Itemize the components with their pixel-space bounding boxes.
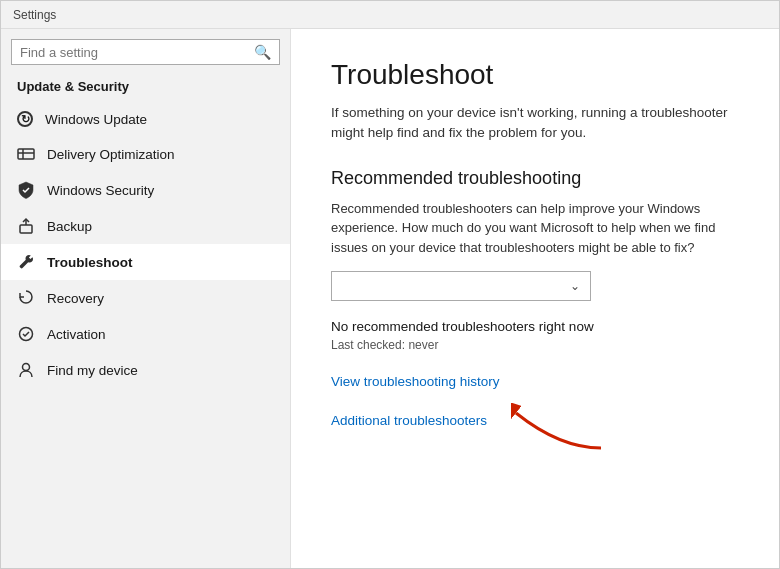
sidebar-item-troubleshoot[interactable]: Troubleshoot [1, 244, 290, 280]
last-checked-text: Last checked: never [331, 338, 739, 352]
search-box[interactable]: 🔍 [11, 39, 280, 65]
sidebar-nav: ↻ Windows Update Delivery Optimization [1, 102, 290, 388]
page-subtitle: If something on your device isn't workin… [331, 103, 739, 144]
sidebar-item-label: Windows Security [47, 183, 154, 198]
sidebar-item-label: Delivery Optimization [47, 147, 175, 162]
status-text: No recommended troubleshooters right now [331, 319, 739, 334]
title-bar: Settings [1, 1, 779, 29]
person-icon [17, 361, 35, 379]
search-input[interactable] [20, 45, 254, 60]
sidebar-item-windows-update[interactable]: ↻ Windows Update [1, 102, 290, 136]
svg-rect-0 [18, 149, 34, 159]
additional-troubleshooters-section: Additional troubleshooters [331, 413, 487, 428]
refresh-icon: ↻ [17, 111, 33, 127]
sidebar-item-label: Find my device [47, 363, 138, 378]
page-title: Troubleshoot [331, 59, 739, 91]
section-description: Recommended troubleshooters can help imp… [331, 199, 739, 258]
delivery-icon [17, 145, 35, 163]
red-arrow-indicator [511, 403, 611, 456]
additional-troubleshooters-link[interactable]: Additional troubleshooters [331, 413, 487, 428]
sidebar-item-find-my-device[interactable]: Find my device [1, 352, 290, 388]
sidebar-item-label: Recovery [47, 291, 104, 306]
svg-point-6 [23, 364, 30, 371]
shield-icon [17, 181, 35, 199]
svg-rect-3 [20, 225, 32, 233]
sidebar-item-delivery-optimization[interactable]: Delivery Optimization [1, 136, 290, 172]
sidebar-item-backup[interactable]: Backup [1, 208, 290, 244]
chevron-down-icon: ⌄ [570, 279, 580, 293]
search-icon: 🔍 [254, 44, 271, 60]
sidebar-item-windows-security[interactable]: Windows Security [1, 172, 290, 208]
sidebar-item-activation[interactable]: Activation [1, 316, 290, 352]
sidebar-section-title: Update & Security [1, 75, 290, 102]
content-area: Troubleshoot If something on your device… [291, 29, 779, 568]
backup-icon [17, 217, 35, 235]
sidebar-item-label: Activation [47, 327, 106, 342]
view-history-link[interactable]: View troubleshooting history [331, 374, 739, 389]
troubleshoot-dropdown[interactable]: ⌄ [331, 271, 591, 301]
wrench-icon [17, 253, 35, 271]
section-heading: Recommended troubleshooting [331, 168, 739, 189]
sidebar: 🔍 Update & Security ↻ Windows Update Del… [1, 29, 291, 568]
sidebar-item-label: Backup [47, 219, 92, 234]
activation-icon [17, 325, 35, 343]
sidebar-item-recovery[interactable]: Recovery [1, 280, 290, 316]
sidebar-item-label: Windows Update [45, 112, 147, 127]
title-bar-label: Settings [13, 8, 56, 22]
recovery-icon [17, 289, 35, 307]
sidebar-item-label: Troubleshoot [47, 255, 133, 270]
